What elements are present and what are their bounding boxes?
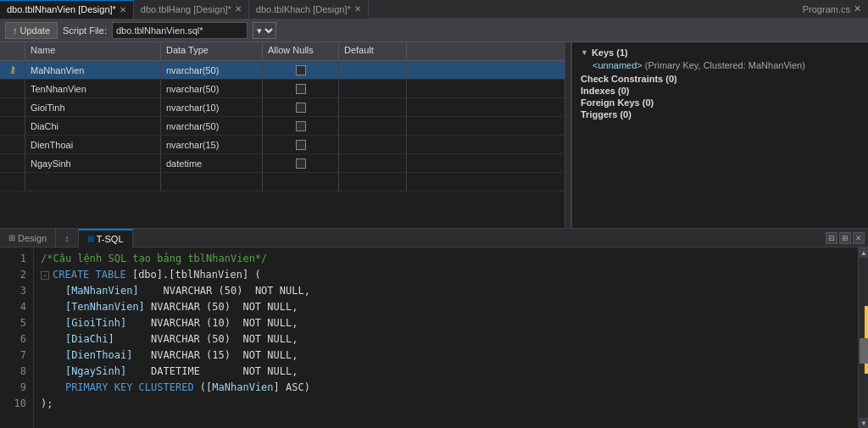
table-row[interactable]: NgaySinh datetime	[0, 154, 565, 173]
row-datatype: nvarchar(50)	[161, 61, 263, 79]
code-line-3: [MaNhanVien] NVARCHAR (50) NOT NULL,	[41, 283, 851, 299]
foreign-keys-header[interactable]: Foreign Keys (0)	[581, 97, 860, 108]
code-line-2: -CREATE TABLE [dbo].[tblNhanVien] (	[41, 267, 851, 283]
code-col-gioi: [GioiTinh]	[65, 315, 126, 331]
tab-tblHang-label: dbo.tblHang [Design]*	[141, 4, 231, 14]
scroll-down-btn[interactable]: ▼	[859, 418, 868, 428]
tab-tblKhach[interactable]: dbo.tblKhach [Design]* ✕	[249, 0, 369, 19]
row-datatype: nvarchar(10)	[161, 98, 263, 116]
code-col-ten: [TenNhanVien]	[65, 299, 145, 315]
row-datatype: nvarchar(50)	[161, 117, 263, 135]
scroll-track[interactable]	[859, 258, 868, 418]
code-pk-close: ] ASC)	[274, 380, 310, 396]
row-default[interactable]	[339, 154, 407, 172]
row-key-icon	[0, 136, 25, 153]
mini-btn-2[interactable]: ⊞	[839, 232, 851, 244]
grid-header: Name Data Type Allow Nulls Default	[0, 42, 565, 61]
main-content: Name Data Type Allow Nulls Default ⚷ MaN…	[0, 42, 868, 428]
row-name: GioiTinh	[25, 98, 161, 116]
row-allownulls[interactable]	[263, 98, 339, 116]
table-row[interactable]: TenNhanVien nvarchar(50)	[0, 80, 565, 98]
row-default[interactable]	[339, 80, 407, 97]
tab-arrows-label: ↕	[64, 233, 70, 243]
code-line-10: );	[41, 396, 851, 412]
tab-action-buttons: ⊟ ⊞ ✕	[822, 232, 868, 244]
script-label: Script File:	[63, 25, 107, 36]
code-content[interactable]: /*Câu lệnh SQL tạo bảng tblNhanVien*/ -C…	[34, 247, 858, 428]
table-row[interactable]: ⚷ MaNhanVien nvarchar(50)	[0, 61, 565, 80]
check-constraints-label: Check Constraints (0)	[581, 74, 677, 84]
code-col-gioi-def: NVARCHAR (10) NOT NULL,	[126, 315, 298, 331]
tab-tblKhach-close[interactable]: ✕	[354, 4, 361, 14]
keys-header[interactable]: ▼ Keys (1)	[581, 47, 860, 58]
key-item[interactable]: <unnamed> (Primary Key, Clustered: MaNha…	[593, 60, 860, 70]
empty-name[interactable]	[25, 173, 161, 191]
row-default[interactable]	[339, 136, 407, 153]
script-input[interactable]	[112, 22, 248, 39]
top-section: Name Data Type Allow Nulls Default ⚷ MaN…	[0, 42, 868, 229]
row-allownulls[interactable]	[263, 117, 339, 135]
right-scrollbar[interactable]: ▲ ▼	[858, 247, 868, 428]
col-header-allownulls: Allow Nulls	[263, 42, 339, 60]
row-name: DiaChi	[25, 117, 161, 135]
tab-tblHang[interactable]: dbo.tblHang [Design]* ✕	[134, 0, 249, 19]
row-key-icon	[0, 154, 25, 172]
tab-tblNhanVien[interactable]: dbo.tblNhanVien [Design]* ✕	[0, 0, 134, 19]
script-dropdown[interactable]: ▾	[253, 22, 276, 39]
scroll-up-btn[interactable]: ▲	[859, 247, 868, 258]
empty-type[interactable]	[161, 173, 263, 191]
properties-panel: ▼ Keys (1) <unnamed> (Primary Key, Clust…	[571, 42, 868, 228]
tab-program-cs-close[interactable]: ✕	[854, 3, 861, 14]
code-col-dia-def: NVARCHAR (50) NOT NULL,	[114, 331, 298, 347]
scroll-thumb	[860, 338, 868, 364]
row-default[interactable]	[339, 61, 407, 79]
row-name: NgaySinh	[25, 154, 161, 172]
row-default[interactable]	[339, 117, 407, 135]
table-row-empty[interactable]	[0, 173, 565, 192]
divider-vertical	[565, 42, 571, 228]
update-button[interactable]: ↑ Update	[5, 22, 58, 39]
code-kw-create: CREATE TABLE	[53, 267, 132, 283]
tab-tblHang-close[interactable]: ✕	[235, 4, 242, 14]
row-key-icon	[0, 117, 25, 135]
tab-design[interactable]: ⊞ Design	[0, 229, 56, 247]
row-name: TenNhanVien	[25, 80, 161, 97]
mini-btn-3[interactable]: ✕	[853, 232, 865, 244]
line-num-8: 8	[0, 364, 26, 380]
triggers-header[interactable]: Triggers (0)	[581, 109, 860, 120]
table-row[interactable]: DienThoai nvarchar(15)	[0, 136, 565, 154]
row-datatype: nvarchar(50)	[161, 80, 263, 97]
code-col-ten-def: NVARCHAR (50) NOT NULL,	[145, 299, 298, 315]
row-default[interactable]	[339, 98, 407, 116]
row-allownulls[interactable]	[263, 61, 339, 79]
mini-btn-1[interactable]: ⊟	[826, 232, 837, 244]
row-key-icon	[0, 98, 25, 116]
sql-editor: 1 2 3 4 5 6 7 8 9 10 /*Câu lệnh SQL tạo …	[0, 247, 868, 428]
code-line-6: [DiaChi] NVARCHAR (50) NOT NULL,	[41, 331, 851, 347]
check-constraints-header[interactable]: Check Constraints (0)	[581, 74, 860, 84]
tab-arrows[interactable]: ↕	[56, 229, 79, 247]
indexes-header[interactable]: Indexes (0)	[581, 86, 860, 96]
tab-tblNhanVien-close[interactable]: ✕	[120, 5, 126, 14]
col-header-datatype: Data Type	[161, 42, 263, 60]
empty-default[interactable]	[339, 173, 407, 191]
tab-program-cs[interactable]: Program.cs ✕	[796, 0, 868, 19]
indexes-label: Indexes (0)	[581, 86, 629, 96]
row-allownulls[interactable]	[263, 80, 339, 97]
table-designer: Name Data Type Allow Nulls Default ⚷ MaN…	[0, 42, 565, 228]
row-allownulls[interactable]	[263, 154, 339, 172]
code-close: );	[41, 396, 53, 412]
code-line-4: [TenNhanVien] NVARCHAR (50) NOT NULL,	[41, 299, 851, 315]
table-row[interactable]: DiaChi nvarchar(50)	[0, 117, 565, 136]
table-row[interactable]: GioiTinh nvarchar(10)	[0, 98, 565, 117]
design-icon: ⊞	[8, 233, 15, 242]
collapse-icon[interactable]: -	[41, 271, 49, 280]
code-col-ma: [MaNhanVien]	[65, 283, 139, 299]
tab-design-label: Design	[18, 233, 47, 243]
col-header-icon	[0, 42, 25, 60]
row-allownulls[interactable]	[263, 136, 339, 153]
empty-nulls[interactable]	[263, 173, 339, 191]
code-col-ma-def: NVARCHAR (50) NOT NULL,	[139, 283, 310, 299]
code-pk-col: MaNhanVien	[212, 380, 273, 396]
tab-tsql[interactable]: ⊞ T-SQL	[79, 229, 133, 247]
